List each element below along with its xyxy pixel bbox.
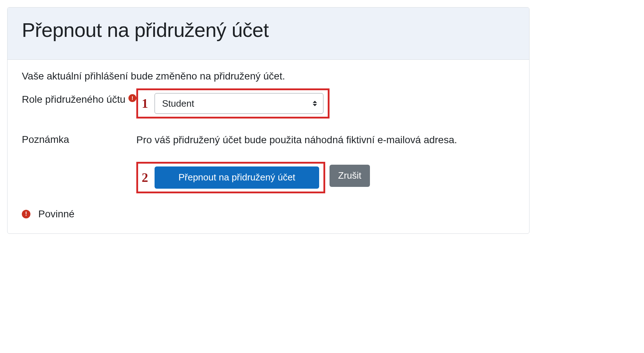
- note-text: Pro váš přidružený účet bude použita náh…: [136, 132, 515, 148]
- role-row: Role přidruženého účtu ! 1 Student: [22, 88, 515, 119]
- annotation-box-2: 2 Přepnout na přidružený účet: [136, 162, 325, 193]
- annotation-number-1: 1: [142, 97, 148, 110]
- role-select[interactable]: Student: [155, 93, 323, 114]
- intro-text: Vaše aktuální přihlášení bude změněno na…: [22, 71, 515, 82]
- note-label-col: Poznámka: [22, 132, 136, 147]
- page-title: Přepnout na přidružený účet: [22, 18, 515, 42]
- note-label: Poznámka: [22, 132, 136, 147]
- required-legend-label: Povinné: [38, 208, 74, 220]
- annotation-number-2: 2: [142, 171, 148, 184]
- annotation-box-1: 1 Student: [136, 88, 330, 119]
- note-row: Poznámka Pro váš přidružený účet bude po…: [22, 132, 515, 193]
- button-row: 2 Přepnout na přidružený účet Zrušit: [136, 162, 515, 193]
- required-legend: ! Povinné: [22, 208, 515, 220]
- role-control-col: 1 Student: [136, 88, 515, 119]
- panel-header: Přepnout na přidružený účet: [8, 8, 529, 60]
- submit-button[interactable]: Přepnout na přidružený účet: [155, 166, 319, 189]
- required-legend-icon: !: [22, 210, 30, 218]
- role-label: Role přidruženého účtu: [22, 92, 126, 107]
- role-label-col: Role přidruženého účtu !: [22, 88, 136, 107]
- required-icon: !: [128, 94, 136, 102]
- switch-account-panel: Přepnout na přidružený účet Vaše aktuáln…: [7, 7, 530, 234]
- cancel-button[interactable]: Zrušit: [330, 165, 370, 187]
- role-select-wrapper: Student: [155, 93, 323, 114]
- note-control-col: Pro váš přidružený účet bude použita náh…: [136, 132, 515, 193]
- panel-body: Vaše aktuální přihlášení bude změněno na…: [8, 60, 529, 233]
